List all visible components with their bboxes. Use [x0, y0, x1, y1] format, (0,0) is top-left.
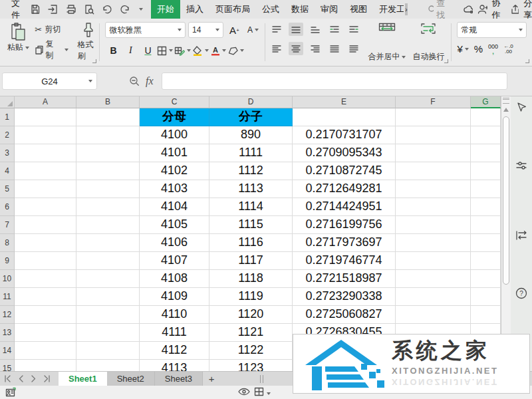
cell-B13[interactable]	[76, 324, 140, 342]
ribbon-tab-8[interactable]: 开发工	[373, 0, 404, 19]
column-header-G[interactable]: G	[471, 96, 501, 108]
cell-B2[interactable]	[76, 126, 140, 144]
export-icon[interactable]	[47, 3, 59, 15]
cell-A15[interactable]	[15, 360, 76, 371]
cell-D5[interactable]: 1113	[209, 180, 293, 198]
formula-input[interactable]	[162, 72, 507, 90]
cell-B5[interactable]	[76, 180, 140, 198]
decrease-indent-icon[interactable]	[327, 23, 342, 36]
cell-B6[interactable]	[76, 198, 140, 216]
wrap-text-button[interactable]: 自动换行	[412, 23, 444, 63]
collab-icon[interactable]	[477, 4, 487, 15]
macro-icon[interactable]	[5, 387, 17, 399]
cell-D4[interactable]: 1112	[209, 162, 293, 180]
copy-button[interactable]: 复制	[35, 39, 68, 61]
cell-B14[interactable]	[76, 342, 140, 360]
merge-center-button[interactable]: 合并居中	[368, 23, 406, 63]
cell-C10[interactable]: 4108	[140, 270, 209, 288]
insert-function-button[interactable]: fx	[146, 75, 154, 87]
row-header-6[interactable]: 6	[0, 198, 15, 216]
decrease-font-button[interactable]: A	[245, 23, 261, 37]
cell-F1[interactable]	[396, 108, 471, 126]
cell-G12[interactable]	[471, 306, 501, 324]
increase-indent-icon[interactable]	[346, 23, 361, 36]
align-right-icon[interactable]	[308, 42, 323, 55]
cell-A14[interactable]	[15, 342, 76, 360]
cell-A5[interactable]	[15, 180, 76, 198]
row-header-5[interactable]: 5	[0, 180, 15, 198]
cell-C13[interactable]: 4111	[140, 324, 209, 342]
align-bottom-icon[interactable]	[308, 23, 323, 36]
alignment-dialog-launcher[interactable]	[444, 59, 448, 63]
cell-D11[interactable]: 1119	[209, 288, 293, 306]
cell-D9[interactable]: 1117	[209, 252, 293, 270]
column-header-F[interactable]: F	[396, 96, 471, 108]
cell-F4[interactable]	[396, 162, 471, 180]
cell-F2[interactable]	[396, 126, 471, 144]
split-handle[interactable]	[503, 98, 509, 104]
cell-C7[interactable]: 4105	[140, 216, 209, 234]
help-icon[interactable]: ?	[515, 287, 527, 299]
cell-C1[interactable]: 分母	[140, 108, 209, 126]
eraser-button[interactable]	[227, 43, 244, 58]
cell-C8[interactable]: 4106	[140, 234, 209, 252]
ribbon-tab-3[interactable]: 页面布局	[209, 0, 256, 19]
font-size-select[interactable]: 14	[188, 22, 223, 38]
cell-B15[interactable]	[76, 360, 140, 371]
column-header-C[interactable]: C	[140, 96, 209, 108]
first-sheet-icon[interactable]	[4, 375, 11, 382]
sheet-tab-3[interactable]: Sheet3	[155, 372, 203, 386]
cell-B8[interactable]	[76, 234, 140, 252]
pointer-icon[interactable]	[515, 102, 527, 114]
cell-D1[interactable]: 分子	[209, 108, 293, 126]
row-header-3[interactable]: 3	[0, 144, 15, 162]
column-header-D[interactable]: D	[209, 96, 293, 108]
cell-A10[interactable]	[15, 270, 76, 288]
cell-B7[interactable]	[76, 216, 140, 234]
cell-A8[interactable]	[15, 234, 76, 252]
print-icon[interactable]	[65, 3, 77, 15]
cell-F11[interactable]	[396, 288, 471, 306]
print-preview-icon[interactable]	[83, 3, 95, 15]
cell-D15[interactable]: 1123	[209, 360, 293, 371]
ribbon-tab-1[interactable]: 开始	[151, 0, 180, 19]
cell-C6[interactable]: 4104	[140, 198, 209, 216]
row-header-14[interactable]: 14	[0, 342, 15, 360]
increase-font-button[interactable]: A+	[226, 23, 242, 37]
cell-D6[interactable]: 1114	[209, 198, 293, 216]
cell-C2[interactable]: 4100	[140, 126, 209, 144]
cell-B12[interactable]	[76, 306, 140, 324]
number-format-select[interactable]: 常规	[457, 22, 527, 38]
cell-C4[interactable]: 4102	[140, 162, 209, 180]
row-header-7[interactable]: 7	[0, 216, 15, 234]
name-box-dropdown-icon[interactable]	[88, 80, 92, 82]
ribbon-tab-6[interactable]: 审阅	[315, 0, 344, 19]
cell-E1[interactable]	[293, 108, 396, 126]
draw-border-button[interactable]	[174, 43, 191, 58]
cell-D13[interactable]: 1121	[209, 324, 293, 342]
cell-C14[interactable]: 4112	[140, 342, 209, 360]
cell-G1[interactable]	[471, 108, 501, 126]
layout-icon[interactable]	[254, 387, 271, 399]
cell-F7[interactable]	[396, 216, 471, 234]
cell-D14[interactable]: 1122	[209, 342, 293, 360]
cell-G4[interactable]	[471, 162, 501, 180]
currency-button[interactable]: ¥	[457, 43, 468, 55]
cell-G2[interactable]	[471, 126, 501, 144]
cell-D3[interactable]: 1111	[209, 144, 293, 162]
cell-F8[interactable]	[396, 234, 471, 252]
align-center-icon[interactable]	[289, 42, 303, 55]
cell-E8[interactable]: 0.2717973697	[293, 234, 396, 252]
save-icon[interactable]	[29, 3, 41, 15]
cell-B9[interactable]	[76, 252, 140, 270]
thousands-button[interactable]: 000,	[488, 44, 498, 55]
cell-D7[interactable]: 1115	[209, 216, 293, 234]
borders-button[interactable]	[157, 43, 173, 58]
cell-F12[interactable]	[396, 306, 471, 324]
dev-tab-overflow-icon[interactable]: ›	[405, 3, 408, 15]
cell-A7[interactable]	[15, 216, 76, 234]
sliders-icon[interactable]	[515, 160, 527, 172]
cut-button[interactable]: ✂ 剪切	[35, 24, 68, 35]
row-header-9[interactable]: 9	[0, 252, 15, 270]
undo-icon[interactable]	[101, 3, 113, 15]
